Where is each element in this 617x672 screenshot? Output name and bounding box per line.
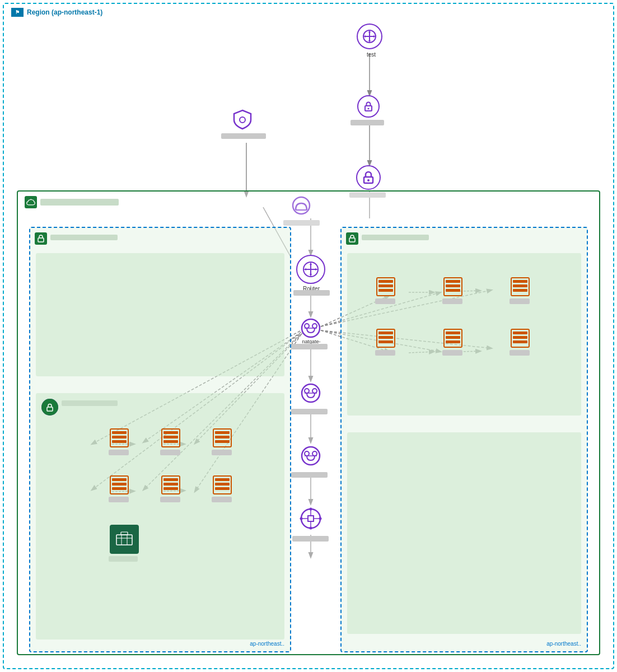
left-subnet-icon: [35, 232, 47, 245]
lock-top-icon: [357, 95, 380, 118]
router-icon[interactable]: [296, 255, 325, 284]
svg-point-105: [319, 517, 322, 520]
svg-point-89: [305, 389, 309, 393]
left-server-5: [161, 475, 180, 496]
test-move-icon[interactable]: [357, 24, 382, 49]
svg-rect-117: [513, 284, 527, 287]
container-icon: [110, 525, 139, 554]
left-server-3-svg: [213, 428, 232, 447]
svg-rect-54: [163, 436, 178, 438]
left-subnet-lock-bg: [41, 399, 58, 416]
svg-rect-106: [349, 238, 355, 242]
right-server-3: [511, 277, 530, 297]
left-bottom-az-label: [62, 400, 118, 406]
svg-rect-58: [215, 436, 230, 438]
left-server-4: [110, 475, 129, 496]
ls4-label: [109, 497, 129, 502]
lock-second-icon: [356, 165, 381, 190]
svg-rect-113: [446, 284, 460, 287]
network-icon: [296, 504, 325, 533]
region-flag-icon: ⚑: [11, 8, 24, 17]
svg-rect-72: [116, 535, 132, 545]
svg-rect-55: [163, 440, 178, 443]
rs5-label: [442, 350, 462, 356]
rs6-label: [510, 350, 530, 356]
svg-rect-50: [112, 436, 127, 438]
test-label: test: [349, 52, 394, 58]
svg-rect-120: [378, 332, 393, 334]
svg-rect-129: [513, 336, 527, 339]
left-server-5-svg: [161, 475, 180, 494]
left-server-2: [161, 428, 180, 449]
natgate3-icon: [297, 442, 324, 469]
svg-point-103: [310, 527, 312, 530]
svg-rect-62: [112, 483, 127, 486]
natgate2-label-bar: [291, 409, 328, 414]
svg-rect-112: [446, 280, 460, 283]
right-subnet-icon: [346, 232, 358, 245]
svg-rect-59: [215, 440, 230, 443]
right-az-bottom: [347, 432, 581, 634]
svg-point-42: [367, 179, 370, 181]
svg-rect-128: [513, 332, 527, 334]
svg-rect-66: [163, 483, 178, 486]
svg-rect-51: [112, 440, 127, 443]
right-subnet-az-label: ap-northeast..: [546, 641, 581, 647]
left-server-1: [110, 428, 129, 449]
svg-rect-121: [378, 336, 393, 339]
svg-rect-69: [215, 478, 230, 481]
svg-point-93: [305, 451, 309, 456]
canvas: ⚑ Region (ap-northeast-1): [0, 0, 617, 672]
svg-rect-65: [163, 478, 178, 481]
natgate3-label-bar: [291, 472, 328, 478]
left-server-6: [213, 475, 232, 496]
lock-top-label-bar: [350, 120, 384, 125]
shield-icon: [230, 106, 255, 132]
left-server-4-svg: [110, 475, 129, 494]
region-label: ⚑ Region (ap-northeast-1): [11, 8, 102, 17]
svg-rect-130: [513, 340, 527, 343]
svg-point-104: [300, 517, 303, 520]
svg-rect-118: [513, 289, 527, 292]
left-subnet: ap-northeast..: [29, 227, 291, 652]
svg-rect-57: [215, 431, 230, 434]
rs4-label: [375, 350, 395, 356]
svg-rect-45: [38, 238, 44, 242]
svg-point-38: [240, 117, 245, 123]
right-subnet-name-bar: [362, 235, 429, 240]
svg-rect-109: [378, 284, 393, 287]
ls3-label: [212, 450, 232, 455]
left-server-1-svg: [110, 428, 129, 447]
svg-point-94: [312, 451, 317, 456]
svg-rect-126: [446, 340, 460, 343]
svg-rect-70: [215, 483, 230, 486]
rs1-label: [375, 298, 395, 304]
natgate1-icon: [297, 315, 324, 342]
left-server-2-svg: [161, 428, 180, 447]
left-az-top: [36, 253, 284, 376]
vpc-name-bar: [40, 199, 119, 206]
left-server-6-svg: [213, 475, 232, 494]
svg-point-86: [312, 324, 317, 328]
ls2-label: [160, 450, 180, 455]
svg-rect-122: [378, 340, 393, 343]
left-az-bottom: [36, 393, 284, 640]
ls1-label: [109, 450, 129, 455]
router-label-bar: [293, 290, 330, 296]
svg-rect-47: [47, 407, 53, 411]
ls5-label: [160, 497, 180, 502]
svg-point-85: [305, 324, 309, 328]
region-label-text: Region (ap-northeast-1): [27, 8, 102, 16]
vpc-cloud-icon: [25, 196, 37, 208]
container-label: [109, 556, 138, 562]
svg-point-40: [368, 108, 370, 110]
svg-rect-108: [378, 280, 393, 283]
svg-rect-125: [446, 336, 460, 339]
svg-rect-49: [112, 431, 127, 434]
svg-rect-63: [112, 487, 127, 490]
right-subnet: ap-northeast..: [340, 227, 588, 652]
rs3-label: [510, 298, 530, 304]
right-server-1: [376, 277, 395, 297]
right-server-4: [376, 329, 395, 349]
vpc-header: [25, 196, 119, 208]
